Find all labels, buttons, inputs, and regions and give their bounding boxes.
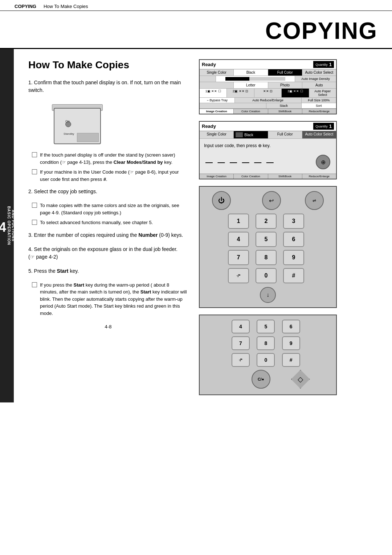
panel-tab-shift[interactable]: Shift/Book xyxy=(268,109,302,114)
keypad2-key-9[interactable]: 9 xyxy=(282,336,300,350)
panel-qty-label-1: Quantity xyxy=(315,63,328,66)
panel-cell-1x[interactable]: 1▣ ✕✕ ☐ xyxy=(200,89,227,97)
panel-tab-shift-2[interactable]: Shift/Book xyxy=(268,174,302,179)
panel-cell-bypass[interactable]: ←Bypass Tray xyxy=(200,98,235,103)
panel-cell-auto-color-2[interactable]: Auto Color Select xyxy=(302,131,336,138)
panel-cell-auto-reduce[interactable]: Auto Reduce/Enlarge xyxy=(235,98,302,103)
step-2-text: Select the copy job settings. xyxy=(34,189,97,194)
keypad2-key-0[interactable]: 0 xyxy=(257,353,275,367)
keypad-key-hash[interactable]: # xyxy=(283,268,304,283)
step-1-subitem-2-text: If your machine is in the User Code mode… xyxy=(40,169,188,183)
bullet-3 xyxy=(32,203,37,208)
keypad-key-6[interactable]: 6 xyxy=(283,232,304,247)
panel-tab-reduce[interactable]: Reduce/Enlarge xyxy=(302,109,336,114)
panel-quantity-box-2: Quantity 1 xyxy=(313,123,334,130)
step-4-number: 4. xyxy=(28,246,34,252)
step-2-subitem-1: To make copies with the same colors and … xyxy=(32,202,188,216)
keypad-key-1[interactable]: 1 xyxy=(228,214,249,229)
panel-cell-auto-density[interactable]: Auto Image Density xyxy=(295,76,336,82)
keypad-key-3[interactable]: 3 xyxy=(283,214,304,229)
keypad-grid-2: 4 5 6 7 8 9 ·/* 0 # xyxy=(232,320,304,367)
step-1: 1. Confirm that the touch panel display … xyxy=(28,79,188,94)
panel-usercode-text: Input user code, then press ⊕ key. xyxy=(203,142,333,150)
keypad-extra-btn[interactable]: ⇌ xyxy=(305,191,324,210)
panel-tab-image-2[interactable]: Image Creation xyxy=(200,174,234,179)
panel-cell-auto[interactable]: Auto xyxy=(302,82,336,88)
panel-row-colors-2: Single Color Black Full Color Auto Color… xyxy=(200,131,336,139)
panel-tabs-2: Image Creation Color Creation Shift/Book… xyxy=(200,174,336,179)
panel-cell-auto-paper[interactable]: Auto Paper Select xyxy=(309,89,336,97)
keypad-key-9[interactable]: 9 xyxy=(283,250,304,265)
bullet-2 xyxy=(32,169,37,174)
panel-cell-3x[interactable]: 3▣ ✕✕ ☐ xyxy=(282,89,309,97)
keypad2-key-8[interactable]: 8 xyxy=(257,336,275,350)
keypad2-start-btn[interactable]: ◇ xyxy=(291,370,310,389)
panel-cell-single[interactable]: Single Color xyxy=(200,69,234,76)
panel-tab-color-2[interactable]: Color Creation xyxy=(234,174,268,179)
main-content: 4 BASIC OPERATION AND FUCTIONS How To Ma… xyxy=(0,49,392,402)
page-title: COPYING xyxy=(265,18,377,44)
panel-tab-color[interactable]: Color Creation xyxy=(234,109,268,114)
panel-tab-reduce-2[interactable]: Reduce/Enlarge xyxy=(302,174,336,179)
panel-cell-black-2[interactable]: Black xyxy=(234,131,268,138)
keypad2-key-4[interactable]: 4 xyxy=(232,320,250,333)
panel-cell-full-color-2[interactable]: Full Color xyxy=(268,131,302,138)
machine-body: On Standby xyxy=(54,108,101,144)
page-number: 4-8 xyxy=(28,320,188,333)
side-tab-line1: BASIC OPERATION xyxy=(7,206,11,246)
keypad2-key-6[interactable]: 6 xyxy=(282,320,300,333)
panel-cell-auto-color[interactable]: Auto Color Select xyxy=(302,69,336,76)
step-2-number: 2. xyxy=(28,189,34,194)
panel-cell-xx[interactable]: ✕✕ ⊡ xyxy=(254,89,282,97)
panel-tabs-1: Image Creation Color Creation Shift/Book… xyxy=(200,109,336,114)
section-heading: How To Make Copies xyxy=(28,59,188,71)
keypad2-key-5[interactable]: 5 xyxy=(257,320,275,333)
panel-cell-2x[interactable]: 2▣ ✕✕ ⊡ xyxy=(227,89,254,97)
keypad-key-2[interactable]: 2 xyxy=(256,214,277,229)
page-title-block: COPYING xyxy=(0,11,392,49)
breadcrumb-subtitle: How To Make Copies xyxy=(44,4,88,9)
side-tab: 4 BASIC OPERATION AND FUCTIONS xyxy=(0,49,14,402)
keypad2-key-hash[interactable]: # xyxy=(282,353,300,367)
keypad-key-5[interactable]: 5 xyxy=(256,232,277,247)
panel-cell-letter[interactable]: Letter xyxy=(234,82,268,88)
keypad-key-4[interactable]: 4 xyxy=(228,232,249,247)
machine-tray xyxy=(77,133,99,142)
step-5: 5. Press the Start key. xyxy=(28,267,188,275)
step-1-subitems: If the touch panel display is off under … xyxy=(28,151,188,183)
instructions-column: How To Make Copies 1. Confirm that the t… xyxy=(14,49,195,402)
keypad-down-btn[interactable]: ↓ xyxy=(260,287,276,303)
panel-cell-single-2[interactable]: Single Color xyxy=(200,131,234,138)
keypad2-clear-btn[interactable]: C/● xyxy=(252,370,270,389)
step-4: 4. Set the originals on the exposure gla… xyxy=(28,246,188,261)
panel-usercode-key-btn[interactable]: ⊕ xyxy=(316,155,330,169)
bullet-4 xyxy=(32,220,37,225)
panel-ready-2: Ready xyxy=(202,123,216,129)
keypad2-key-star[interactable]: ·/* xyxy=(232,353,250,367)
keypad2-key-7[interactable]: 7 xyxy=(232,336,250,350)
panel-cell-full-size[interactable]: Full Size 100% xyxy=(302,98,336,103)
panel-usercode-area: Input user code, then press ⊕ key. — — —… xyxy=(200,139,336,174)
panel-cell-stack[interactable]: Stack xyxy=(266,103,302,108)
panel-cell-photo[interactable]: Photo xyxy=(268,82,302,88)
panel-cell-empty3 xyxy=(200,103,266,108)
step-5-number: 5. xyxy=(28,268,34,274)
panel-quantity-box-1: Quantity 1 xyxy=(313,61,334,68)
side-tab-number: 4 xyxy=(0,220,7,235)
step-2-subitem-1-text: To make copies with the same colors and … xyxy=(40,202,188,216)
keypad-power-btn[interactable]: ⏻ xyxy=(212,191,231,210)
step-1-subitem-1: If the touch panel display is off under … xyxy=(32,151,188,166)
keypad-key-0[interactable]: 0 xyxy=(256,268,277,283)
keypad-key-7[interactable]: 7 xyxy=(228,250,249,265)
keypad-clear-btn[interactable]: ↩ xyxy=(262,191,281,210)
keypad-key-star[interactable]: ·/* xyxy=(228,268,249,283)
step-5-subitem-1: If you press the Start key during the wa… xyxy=(32,281,188,317)
panel-cell-full-color[interactable]: Full Color xyxy=(268,69,302,76)
panel-tab-image[interactable]: Image Creation xyxy=(200,109,234,114)
step-5-subitems: If you press the Start key during the wa… xyxy=(28,281,188,317)
panel-cell-sort[interactable]: Sort xyxy=(302,103,336,108)
panel-cell-black[interactable]: Black xyxy=(234,69,268,76)
panel-cell-empty2 xyxy=(200,82,234,88)
keypad-key-8[interactable]: 8 xyxy=(256,250,277,265)
machine-on-label: On xyxy=(65,119,70,123)
